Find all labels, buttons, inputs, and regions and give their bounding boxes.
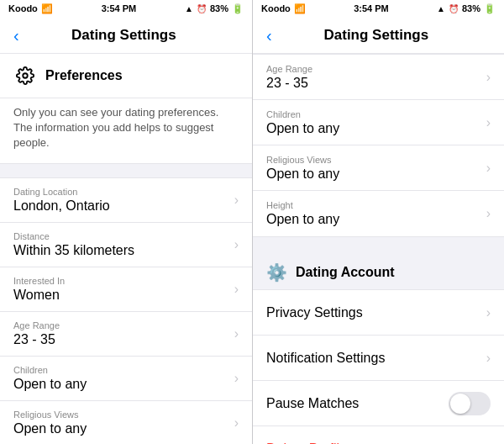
list-item[interactable]: Religious Views Open to any › — [0, 401, 252, 444]
account-section-header: ⚙️ Dating Account — [253, 251, 504, 289]
svg-point-0 — [23, 73, 28, 78]
list-item[interactable]: Children Open to any › — [0, 357, 252, 401]
list-item[interactable]: Religious Views Open to any › — [253, 145, 504, 191]
chevron-icon: › — [486, 115, 491, 130]
right-content: Age Range 23 - 35 › Children Open to any… — [253, 54, 504, 444]
left-nav-title: Dating Settings — [26, 27, 222, 44]
pause-matches-toggle[interactable] — [449, 392, 491, 415]
chevron-icon: › — [234, 237, 239, 252]
right-location-icon: ▲ — [437, 4, 445, 13]
delete-profile-item[interactable]: Delete Profile — [253, 426, 504, 444]
right-back-button[interactable]: ‹ — [266, 27, 272, 44]
left-wifi-icon: 📶 — [41, 3, 53, 14]
right-status-bar: Koodo 📶 3:54 PM ▲ ⏰ 83% 🔋 — [253, 0, 504, 17]
chevron-icon: › — [234, 282, 239, 297]
account-list-section: Privacy Settings › Notification Settings… — [253, 289, 504, 444]
left-location-icon: ▲ — [185, 4, 193, 13]
gear-icon: ⚙️ — [266, 262, 287, 283]
left-alarm-icon: ⏰ — [197, 4, 207, 13]
left-content: Preferences Only you can see your dating… — [0, 54, 252, 444]
left-status-bar: Koodo 📶 3:54 PM ▲ ⏰ 83% 🔋 — [0, 0, 252, 17]
left-battery-icon: 🔋 — [232, 3, 244, 14]
right-wifi-icon: 📶 — [294, 3, 306, 14]
preferences-label: Preferences — [45, 68, 123, 83]
list-item[interactable]: Age Range 23 - 35 › — [253, 55, 504, 100]
right-nav-title: Dating Settings — [279, 27, 474, 44]
chevron-icon: › — [234, 371, 239, 386]
right-top-section: Age Range 23 - 35 › Children Open to any… — [253, 54, 504, 237]
preferences-header: Preferences — [0, 54, 252, 98]
left-back-button[interactable]: ‹ — [13, 27, 19, 44]
chevron-icon: › — [234, 415, 239, 431]
list-item[interactable]: Interested In Women › — [0, 267, 252, 312]
right-nav-bar: ‹ Dating Settings — [253, 17, 504, 54]
chevron-icon: › — [234, 326, 239, 341]
list-item[interactable]: Height Open to any › — [253, 191, 504, 236]
left-time: 3:54 PM — [102, 3, 137, 13]
chevron-icon: › — [486, 206, 491, 221]
chevron-icon: › — [486, 351, 491, 366]
privacy-settings-item[interactable]: Privacy Settings › — [253, 290, 504, 336]
right-battery-icon: 🔋 — [484, 3, 496, 14]
list-item[interactable]: Children Open to any › — [253, 100, 504, 145]
preferences-icon — [13, 64, 37, 87]
right-alarm-icon: ⏰ — [449, 4, 459, 13]
chevron-icon: › — [486, 305, 491, 320]
chevron-icon: › — [234, 193, 239, 208]
list-item[interactable]: Dating Location London, Ontario › — [0, 178, 252, 223]
right-time: 3:54 PM — [354, 3, 389, 13]
preferences-description: Only you can see your dating preferences… — [0, 98, 252, 164]
right-carrier: Koodo — [261, 3, 291, 13]
left-carrier: Koodo — [8, 3, 38, 13]
right-battery: 83% — [462, 3, 480, 13]
left-nav-bar: ‹ Dating Settings — [0, 17, 252, 54]
pause-matches-item[interactable]: Pause Matches — [253, 381, 504, 426]
list-item[interactable]: Distance Within 35 kilometers › — [0, 223, 252, 267]
list-item[interactable]: Age Range 23 - 35 › — [0, 312, 252, 357]
notification-settings-item[interactable]: Notification Settings › — [253, 336, 504, 381]
account-section-label: Dating Account — [296, 265, 395, 280]
chevron-icon: › — [486, 161, 491, 176]
left-list-section: Dating Location London, Ontario › Distan… — [0, 177, 252, 444]
left-battery: 83% — [210, 3, 228, 13]
chevron-icon: › — [486, 70, 491, 85]
